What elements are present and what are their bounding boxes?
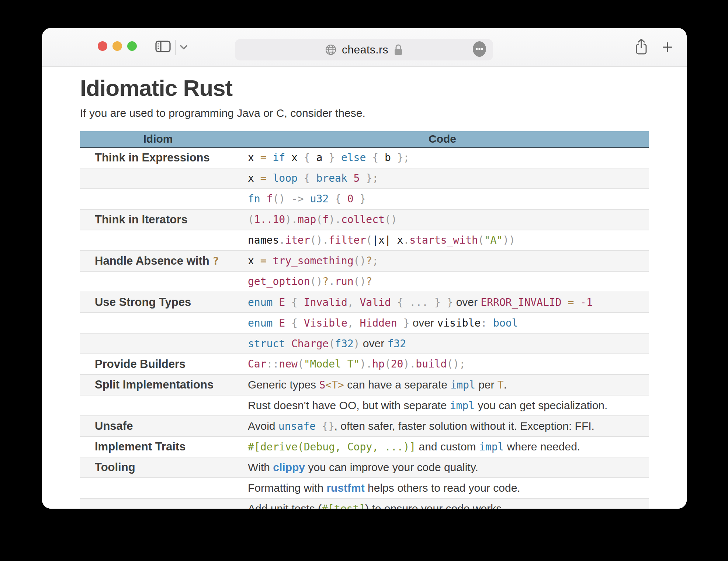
code-segment: break [316,172,353,184]
code-segment: = [568,296,580,309]
code-segment: b [385,151,397,164]
sidebar-chevron-button[interactable] [179,44,188,52]
code-segment: = [260,172,273,184]
code-segment: { [291,296,304,309]
inline-link[interactable]: rustfmt [326,482,364,494]
table-row: Split ImplementationsGeneric types S<T> … [80,375,649,396]
table-row: names.iter().filter(|x| x.starts_with("A… [80,230,649,251]
table-row: fn f() -> u32 { 0 } [80,189,649,210]
share-button[interactable] [635,38,648,57]
code-segment: over [360,337,387,349]
web-page: Idiomatic Rust If you are used to progra… [42,75,687,509]
code-segment: and custom [416,440,479,453]
code-segment: impl [450,379,475,391]
code-cell: (1..10).map(f).collect() [236,210,649,230]
code-segment: { ... } } [397,296,453,309]
code-segment: try_something [273,255,353,267]
code-segment: Implement Traits [95,440,186,453]
code-segment: run [335,275,354,288]
new-tab-button[interactable] [662,42,673,54]
code-segment: you can improve your code quality. [305,461,478,473]
code-segment: ? [366,255,372,267]
code-segment: = [260,255,273,267]
code-segment: loop [273,172,304,184]
page-menu-button[interactable] [472,41,486,59]
code-segment: { [304,151,316,164]
code-segment: Handle Absence with [95,254,212,267]
code-segment: ( [385,358,391,370]
code-segment: Unsafe [95,419,133,432]
code-segment: Avoid [248,420,278,432]
code-cell: With clippy you can improve your code qu… [236,457,649,477]
idiom-cell: Tooling [80,457,236,477]
lock-icon [394,43,403,56]
code-segment: x [248,151,260,164]
table-row: UnsafeAvoid unsafe {}, often safer, fast… [80,416,649,437]
table-row: Use Strong Typesenum E { Invalid, Valid … [80,292,649,313]
zoom-window-button[interactable] [127,41,137,51]
idiom-cell: Split Implementations [80,375,236,395]
code-segment: ). [285,213,298,226]
inline-link[interactable]: clippy [273,461,305,473]
idiom-cell: Think in Iterators [80,210,236,230]
code-segment: collect [341,213,385,226]
code-segment: { [372,151,385,164]
code-segment: Think in Expressions [95,151,210,164]
idiom-cell [80,168,236,188]
code-segment: Tooling [95,461,135,474]
code-segment: #[derive(Debug, Copy, ...)] [248,441,416,453]
code-cell: get_option()?.run()? [236,272,649,292]
code-segment: ). [329,213,341,226]
idiom-cell [80,189,236,209]
page-subtitle: If you are used to programming Java or C… [80,106,687,120]
table-row: x = loop { break 5 }; [80,168,649,189]
code-segment: , often safer, faster solution without i… [334,420,594,432]
code-segment: Visible [304,317,347,329]
code-segment: f [322,213,329,226]
code-segment: "A" [484,234,503,246]
table-row: Think in Expressionsx = if x { a } else … [80,148,649,168]
code-segment: get_option [248,275,310,288]
code-segment: unsafe [278,420,322,432]
table-row: Handle Absence with ?x = try_something()… [80,251,649,272]
code-segment: ) [354,338,360,350]
code-segment: f32 [335,338,354,350]
idiom-table: Idiom Code Think in Expressionsx = if x … [80,131,649,509]
idiom-cell [80,334,236,353]
code-segment: }; [397,151,410,164]
code-segment: T [498,379,504,391]
address-bar[interactable]: cheats.rs [235,39,493,60]
code-cell: x = if x { a } else { b }; [236,148,649,168]
code-segment: () [354,275,366,288]
header-code: Code [236,131,649,147]
code-segment: . [403,234,409,246]
code-segment: x [291,151,304,164]
code-segment: Invalid [304,296,347,309]
close-window-button[interactable] [98,41,107,51]
minimize-window-button[interactable] [112,41,122,51]
code-segment: E [279,296,291,309]
idiom-cell: Think in Expressions [80,148,236,168]
code-segment: . [329,275,335,288]
code-segment: Add unit tests ( [248,502,322,509]
share-icon [635,38,648,55]
plus-icon [662,42,673,53]
code-segment: |x| x [372,234,403,246]
table-body: Think in Expressionsx = if x { a } else … [80,148,649,509]
code-segment: ( [366,234,372,246]
code-segment: ? [322,275,329,288]
code-segment: , [347,317,360,329]
code-segment: () [354,255,366,267]
code-segment: { [291,317,304,329]
code-segment: } [403,317,409,329]
code-segment: } [329,151,341,164]
code-segment: impl [479,441,504,453]
code-segment: new [279,358,298,370]
code-segment: #[test] [322,503,365,509]
code-segment: can have a separate [344,379,451,391]
code-segment: , [347,296,360,309]
safari-window: cheats.rs [42,28,687,509]
code-segment: 5 [354,172,366,184]
browser-toolbar: cheats.rs [42,28,687,67]
sidebar-toggle-button[interactable] [155,41,171,54]
